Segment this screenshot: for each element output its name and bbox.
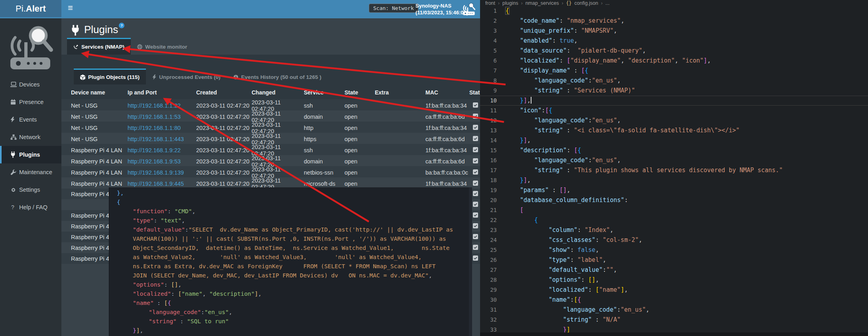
overlay-code-line[interactable]: ns.Extra as Extra, dv.dev_MAC as Foreign… bbox=[117, 262, 466, 271]
editor-line[interactable]: 19"params" : [], bbox=[480, 185, 868, 195]
status-checkbox[interactable] bbox=[473, 202, 478, 207]
status-checkbox[interactable] bbox=[473, 169, 478, 175]
subtab-events-history-50-out-of-1265[interactable]: Events History (50 out of 1265 ) bbox=[227, 69, 328, 84]
editor-line[interactable]: 13"string" : "<i class=\"fa-solid fa-sat… bbox=[480, 126, 868, 136]
editor-line[interactable]: 4"enabled": true, bbox=[480, 36, 868, 46]
editor-line[interactable]: 1{ bbox=[480, 6, 868, 16]
editor-line[interactable]: 31"language_code":"en_us", bbox=[480, 305, 868, 315]
overlay-code-line[interactable]: JOIN (SELECT dev_Name, dev_MAC, dev_Last… bbox=[117, 271, 466, 280]
sidebar-item-network[interactable]: Network bbox=[0, 128, 61, 146]
ip-port-link[interactable]: http://192.168.1.1:22 bbox=[128, 102, 181, 109]
table-row[interactable]: Raspberry Pi 4 LANhttp://192.168.1.9:139… bbox=[61, 166, 480, 177]
editor-line[interactable]: 2"code_name": "nmap_services", bbox=[480, 16, 868, 26]
breadcrumb-item-nmap-services[interactable]: nmap_services bbox=[526, 0, 559, 6]
editor-line[interactable]: 7"display_name" : [{ bbox=[480, 66, 868, 76]
editor-line[interactable]: 9"string" : "Services (NMAP)" bbox=[480, 86, 868, 96]
editor-line[interactable]: 10}], bbox=[480, 96, 868, 106]
ip-port-link[interactable]: http://192.168.1.1:53 bbox=[128, 114, 181, 120]
editor-line[interactable]: 27"default_value":"", bbox=[480, 265, 868, 275]
overlay-code-line[interactable]: }, bbox=[117, 189, 466, 198]
help-badge[interactable]: ? bbox=[119, 23, 124, 28]
status-checkbox[interactable] bbox=[473, 114, 478, 119]
editor-line[interactable]: 11"icon":[{ bbox=[480, 106, 868, 116]
editor-line[interactable]: 32"string" : "N/A" bbox=[480, 315, 868, 325]
breadcrumb-item-config-json[interactable]: {} config.json bbox=[566, 0, 598, 6]
status-checkbox[interactable] bbox=[473, 212, 478, 218]
overlay-code-line[interactable]: }], bbox=[117, 326, 466, 335]
status-checkbox[interactable] bbox=[473, 125, 478, 130]
overlay-scrollbar[interactable] bbox=[469, 187, 472, 336]
status-checkbox[interactable] bbox=[473, 147, 478, 152]
editor-line[interactable]: 15"description": [{ bbox=[480, 145, 868, 155]
table-row[interactable]: Net - USGhttp://192.168.1.1:4432023-03-1… bbox=[61, 133, 480, 144]
status-checkbox[interactable] bbox=[473, 191, 478, 196]
status-checkbox[interactable] bbox=[473, 136, 478, 141]
ip-port-link[interactable]: http://192.168.1.9:139 bbox=[128, 169, 184, 176]
sidebar-item-settings[interactable]: Settings bbox=[0, 181, 61, 198]
app-logo[interactable]: Pi.Alert bbox=[0, 0, 61, 17]
editor-lines[interactable]: 1{2"code_name": "nmap_services",3"unique… bbox=[480, 6, 868, 336]
sidebar-item-events[interactable]: Events bbox=[0, 111, 61, 128]
overlay-code-line[interactable]: Object_SecondaryID, datetime() as DateTi… bbox=[117, 244, 466, 253]
editor-line[interactable]: 16"language_code":"en_us", bbox=[480, 155, 868, 165]
sidebar-item-plugins[interactable]: Plugins bbox=[0, 146, 61, 163]
tab-website-monitor[interactable]: Website monitor bbox=[131, 38, 194, 55]
table-row[interactable]: Raspberry Pi 4 LANhttp://192.168.1.9:532… bbox=[61, 155, 480, 166]
editor-line[interactable]: 28"options": [], bbox=[480, 275, 868, 285]
editor-line[interactable]: 22{ bbox=[480, 215, 868, 225]
status-checkbox[interactable] bbox=[473, 255, 478, 261]
overlay-code-line[interactable]: { bbox=[117, 198, 466, 207]
breadcrumb-item-[interactable]: ... bbox=[605, 0, 609, 6]
table-row[interactable]: Net - USGhttp://192.168.1.1:222023-03-11… bbox=[61, 99, 480, 110]
editor-line[interactable]: 6"localized": ["display_name", "descript… bbox=[480, 56, 868, 66]
status-checkbox[interactable] bbox=[473, 181, 478, 186]
overlay-code-line[interactable]: "name" : [{ bbox=[117, 299, 466, 308]
editor-line[interactable]: 5"data_source": "pialert-db-query", bbox=[480, 46, 868, 56]
overlay-code[interactable]: },{"function": "CMD","type": "text","def… bbox=[109, 187, 472, 336]
overlay-code-line[interactable]: "function": "CMD", bbox=[117, 207, 466, 216]
status-checkbox[interactable] bbox=[473, 102, 478, 108]
sidebar-item-maintenance[interactable]: Maintenance bbox=[0, 163, 61, 181]
status-checkbox[interactable] bbox=[473, 234, 478, 239]
overlay-code-line[interactable]: as Watched_Value2, 'null' as Watched_Val… bbox=[117, 253, 466, 262]
editor-line[interactable]: 18}], bbox=[480, 175, 868, 185]
editor-line[interactable]: 21[ bbox=[480, 205, 868, 215]
overlay-code-line[interactable]: "localized": ["name", "description"], bbox=[117, 289, 466, 299]
ip-port-link[interactable]: http://192.168.1.1:80 bbox=[128, 125, 181, 131]
overlay-code-line[interactable]: "language_code":"en_us", bbox=[117, 308, 466, 317]
table-row[interactable]: Net - USGhttp://192.168.1.1:802023-03-11… bbox=[61, 122, 480, 133]
breadcrumb-item-plugins[interactable]: plugins bbox=[502, 0, 518, 6]
overlay-code-line[interactable]: "default_value":"SELECT dv.dev_Name as O… bbox=[117, 225, 466, 234]
ip-port-link[interactable]: http://192.168.1.9:53 bbox=[128, 158, 181, 165]
sidebar-item-devices[interactable]: Devices bbox=[0, 76, 61, 93]
overlay-code-line[interactable]: "options": [], bbox=[117, 280, 466, 289]
editor-line[interactable]: 14}], bbox=[480, 136, 868, 145]
editor-line[interactable]: 17"string" : "This plugin shows all serv… bbox=[480, 165, 868, 175]
sidebar-item-presence[interactable]: Presence bbox=[0, 93, 61, 111]
overlay-code-line[interactable]: VARCHAR(100)) || ':' || cast( SUBSTR(ns.… bbox=[117, 234, 466, 244]
status-checkbox[interactable] bbox=[473, 245, 478, 250]
breadcrumb-item-front[interactable]: front bbox=[485, 0, 495, 6]
table-row[interactable]: Raspberry Pi 4 LANhttp://192.168.1.9:445… bbox=[61, 177, 480, 189]
table-row[interactable]: Net - USGhttp://192.168.1.1:532023-03-11… bbox=[61, 110, 480, 122]
subtab-unprocessed-events-0[interactable]: Unprocessed Events (0) bbox=[146, 69, 227, 84]
subtab-plugin-objects-115[interactable]: Plugin Objects (115) bbox=[74, 69, 146, 84]
ip-port-link[interactable]: http://192.168.1.9:22 bbox=[128, 147, 181, 153]
sidebar-item-help-faq[interactable]: ?Help / FAQ bbox=[0, 198, 61, 216]
table-row[interactable]: Raspberry Pi 4 LANhttp://192.168.1.9:222… bbox=[61, 144, 480, 155]
editor-line[interactable]: 26"type": "label", bbox=[480, 255, 868, 265]
status-checkbox[interactable] bbox=[473, 223, 478, 228]
ip-port-link[interactable]: http://192.168.1.9:445 bbox=[128, 181, 184, 187]
hamburger-menu-icon[interactable]: ≡ bbox=[68, 3, 73, 13]
overlay-code-line[interactable]: "type": "text", bbox=[117, 216, 466, 225]
ip-port-link[interactable]: http://192.168.1.1:443 bbox=[128, 136, 184, 142]
editor-line[interactable]: 12"language_code":"en_us", bbox=[480, 116, 868, 126]
editor-line[interactable]: 20"database_column_definitions": bbox=[480, 195, 868, 205]
editor-line[interactable]: 24"css_classes": "col-sm-2", bbox=[480, 235, 868, 245]
status-checkbox[interactable] bbox=[473, 158, 478, 163]
overlay-code-line[interactable]: "string" : "SQL to run" bbox=[117, 317, 466, 326]
editor-line[interactable]: 3"unique_prefix": "NMAPSRV", bbox=[480, 26, 868, 36]
editor-line[interactable]: 29"localized": ["name"], bbox=[480, 285, 868, 295]
editor-line[interactable]: 8"language_code":"en_us", bbox=[480, 76, 868, 86]
editor-line[interactable]: 23"column": "Index", bbox=[480, 225, 868, 235]
